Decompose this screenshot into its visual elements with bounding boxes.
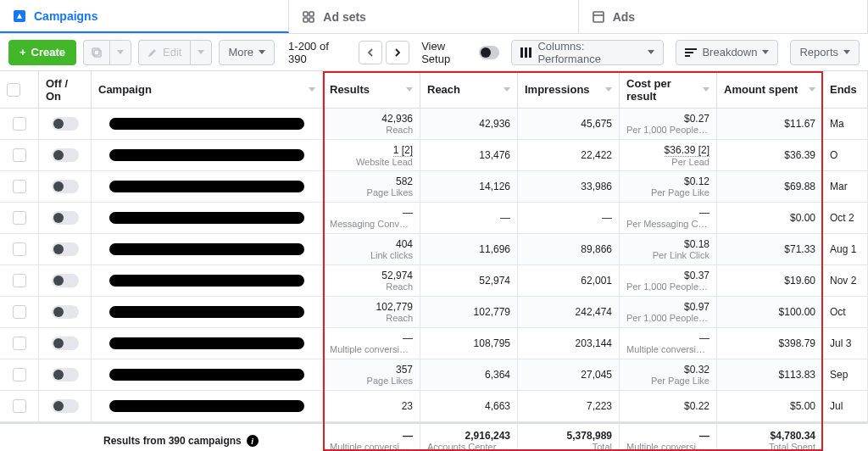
duplicate-dropdown[interactable] [109, 40, 131, 65]
table-row[interactable]: 582Page Likes14,12633,986$0.12Per Page L… [0, 171, 868, 203]
toolbar: + Create Edit More 1-200 of 390 View [0, 34, 868, 71]
cpr-sub: Per 1,000 People Re… [626, 281, 709, 292]
prev-page-button[interactable] [359, 41, 382, 64]
header-ends[interactable]: Ends [823, 71, 868, 108]
tab-campaigns[interactable]: Campaigns [0, 0, 289, 33]
row-checkbox[interactable] [13, 117, 26, 131]
table-row[interactable]: 52,974Reach52,97462,001$0.37Per 1,000 Pe… [0, 265, 868, 297]
columns-button[interactable]: Columns: Performance [511, 40, 664, 65]
row-toggle[interactable] [52, 242, 79, 256]
spent-cell: $11.67 [717, 109, 823, 139]
tab-ads[interactable]: Ads [579, 0, 868, 33]
row-toggle-cell [39, 359, 92, 390]
campaign-name-cell[interactable] [92, 109, 323, 139]
row-toggle[interactable] [52, 368, 79, 381]
row-toggle[interactable] [52, 274, 79, 287]
row-toggle[interactable] [52, 399, 79, 413]
header-cost-per-result[interactable]: Cost per result [620, 71, 717, 108]
row-checkbox[interactable] [13, 399, 26, 413]
campaign-name-cell[interactable] [92, 171, 323, 202]
row-checkbox-cell [0, 171, 39, 202]
view-setup-toggle[interactable] [479, 46, 500, 59]
results-cell: 102,779Reach [323, 297, 420, 327]
campaign-name-cell[interactable] [92, 328, 323, 359]
reach-cell: 4,663 [420, 391, 518, 421]
cpr-sub: Per Lead [671, 157, 709, 167]
campaign-name-cell[interactable] [92, 203, 323, 233]
cpr-sub: Per 1,000 People Re… [626, 125, 709, 135]
select-all-checkbox[interactable] [7, 83, 20, 97]
reach-value: 13,476 [479, 149, 510, 161]
table-footer-row: Results from 390 campaigns i — Multiple … [0, 422, 868, 451]
plus-icon: + [19, 46, 26, 58]
view-setup-label: View Setup [421, 40, 474, 65]
table-row[interactable]: 42,936Reach42,93645,675$0.27Per 1,000 Pe… [0, 109, 868, 140]
results-value: 1 [2] [393, 144, 413, 157]
reports-button[interactable]: Reports [790, 40, 860, 65]
results-sub: Multiple conversions [330, 344, 413, 354]
tab-adsets[interactable]: Ad sets [289, 0, 578, 33]
redacted-name [109, 243, 304, 255]
row-checkbox[interactable] [13, 242, 26, 256]
spent-value: $11.67 [784, 118, 815, 130]
campaign-name-cell[interactable] [92, 359, 323, 390]
spent-value: $5.00 [790, 400, 815, 412]
header-amount-spent[interactable]: Amount spent [717, 71, 823, 108]
header-reach[interactable]: Reach [420, 71, 518, 108]
spent-cell: $0.00 [717, 203, 823, 233]
campaign-name-cell[interactable] [92, 140, 323, 170]
results-value: — [403, 207, 413, 219]
row-checkbox[interactable] [13, 337, 26, 350]
ends-cell: Ma [823, 109, 868, 139]
row-toggle[interactable] [52, 305, 79, 319]
table-row[interactable]: —Messaging Conversa…———Per Messaging Con… [0, 203, 868, 234]
next-page-button[interactable] [386, 41, 409, 64]
campaign-name-cell[interactable] [92, 391, 323, 421]
row-toggle[interactable] [52, 117, 79, 131]
table-row[interactable]: 102,779Reach102,779242,474$0.97Per 1,000… [0, 297, 868, 328]
table-row[interactable]: 234,6637,223$0.22$5.00Jul [0, 391, 868, 422]
table-row[interactable]: 404Link clicks11,69689,866$0.18Per Link … [0, 234, 868, 265]
row-toggle[interactable] [52, 180, 79, 193]
row-checkbox[interactable] [13, 305, 26, 319]
edit-button[interactable]: Edit [138, 40, 190, 65]
edit-label: Edit [163, 46, 181, 58]
breakdown-button[interactable]: Breakdown [676, 40, 778, 65]
header-campaign[interactable]: Campaign [92, 71, 323, 108]
cpr-cell: $0.12Per Page Like [620, 171, 717, 202]
tab-label: Ads [613, 10, 635, 24]
table-row[interactable]: 357Page Likes6,36427,045$0.32Per Page Li… [0, 359, 868, 391]
info-icon[interactable]: i [247, 435, 259, 447]
campaign-name-cell[interactable] [92, 265, 323, 296]
row-checkbox[interactable] [13, 274, 26, 287]
header-results[interactable]: Results [323, 71, 420, 108]
table-row[interactable]: 1 [2]Website Lead13,47622,422$36.39 [2]P… [0, 140, 868, 171]
row-checkbox[interactable] [13, 148, 26, 162]
table-header-row: Off / On Campaign Results Reach Impressi… [0, 71, 868, 109]
row-toggle[interactable] [52, 148, 79, 162]
row-checkbox[interactable] [13, 180, 26, 193]
cpr-value: — [699, 207, 709, 219]
table-row[interactable]: —Multiple conversions108,795203,144—Mult… [0, 328, 868, 359]
row-checkbox[interactable] [13, 368, 26, 381]
row-checkbox[interactable] [13, 211, 26, 225]
reach-value: 42,936 [479, 118, 510, 130]
row-checkbox-cell [0, 391, 39, 421]
results-sub: Reach [386, 125, 413, 135]
edit-dropdown[interactable] [190, 40, 212, 65]
campaign-name-cell[interactable] [92, 234, 323, 264]
duplicate-button[interactable] [83, 40, 109, 65]
redacted-name [109, 337, 304, 349]
campaign-name-cell[interactable] [92, 297, 323, 327]
impressions-cell: 33,986 [518, 171, 620, 202]
reach-value: 102,779 [474, 306, 510, 318]
more-button[interactable]: More [219, 40, 275, 65]
row-toggle[interactable] [52, 211, 79, 225]
ends-cell: O [823, 140, 868, 170]
row-toggle[interactable] [52, 337, 79, 350]
header-offon[interactable]: Off / On [39, 71, 92, 108]
impressions-cell: 45,675 [518, 109, 620, 139]
row-toggle-cell [39, 391, 92, 421]
header-impressions[interactable]: Impressions [518, 71, 620, 108]
create-button[interactable]: + Create [8, 40, 76, 65]
